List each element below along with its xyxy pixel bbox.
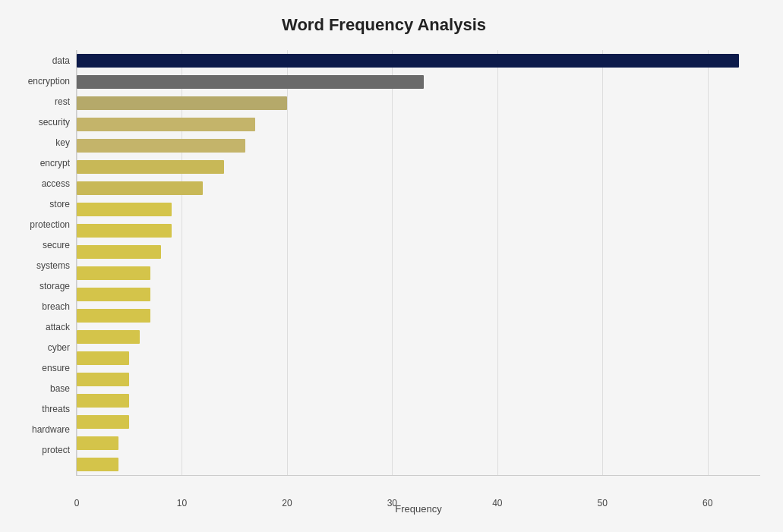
bar-row: [77, 178, 760, 199]
bar: [77, 96, 287, 110]
y-label: base: [50, 378, 70, 398]
bar-row: [77, 156, 760, 178]
bar: [77, 75, 424, 89]
bar: [77, 288, 150, 301]
bar: [77, 415, 129, 429]
y-label: breach: [42, 296, 70, 316]
y-label: security: [39, 112, 70, 132]
bar-row: [77, 50, 760, 71]
bar: [77, 436, 118, 450]
bars-area: [77, 50, 760, 475]
y-label: hardware: [32, 419, 70, 439]
y-label: key: [55, 132, 70, 153]
bar-row: [77, 93, 760, 114]
bar: [77, 118, 255, 131]
y-label: encryption: [28, 71, 70, 91]
bar: [77, 458, 118, 471]
chart-container: Word Frequency Analysis dataencryptionre…: [0, 0, 783, 532]
y-label: protect: [42, 439, 70, 460]
bar: [77, 160, 224, 174]
bar: [77, 203, 172, 216]
bar-row: [77, 263, 760, 284]
y-label: access: [42, 173, 70, 194]
bar: [77, 245, 161, 259]
y-label: storage: [39, 275, 70, 296]
y-label: data: [52, 50, 70, 71]
bar-row: [77, 326, 760, 348]
bar: [77, 351, 129, 365]
bar-row: [77, 284, 760, 305]
y-label: rest: [55, 91, 70, 112]
plot-area: 0102030405060 Frequency: [76, 50, 760, 476]
bar-row: [77, 114, 760, 135]
bar: [77, 224, 172, 238]
bar-row: [77, 390, 760, 411]
bar-row: [77, 411, 760, 433]
bar-row: [77, 348, 760, 369]
y-label: systems: [36, 255, 70, 275]
y-axis: dataencryptionrestsecuritykeyencryptacce…: [8, 50, 76, 476]
bar-row: [77, 369, 760, 390]
y-label: encrypt: [40, 153, 70, 173]
bar: [77, 394, 129, 408]
y-label: secure: [43, 235, 70, 255]
x-axis-title: Frequency: [77, 503, 760, 515]
y-label: attack: [46, 316, 70, 337]
bar: [77, 373, 129, 386]
bar: [77, 181, 203, 195]
y-label: threats: [42, 398, 70, 419]
y-label: store: [49, 194, 70, 214]
bar-row: [77, 433, 760, 454]
chart-area: dataencryptionrestsecuritykeyencryptacce…: [8, 50, 760, 476]
chart-title: Word Frequency Analysis: [8, 15, 760, 35]
bar: [77, 54, 739, 68]
y-label: cyber: [48, 337, 70, 357]
bar-row: [77, 454, 760, 475]
bar: [77, 309, 150, 323]
bar-row: [77, 305, 760, 326]
bar: [77, 330, 140, 344]
bar-row: [77, 220, 760, 241]
y-label: ensure: [42, 357, 70, 378]
y-label: protection: [30, 214, 70, 235]
bar-row: [77, 199, 760, 220]
bar: [77, 139, 245, 153]
bar-row: [77, 135, 760, 156]
bar: [77, 266, 150, 280]
bar-row: [77, 241, 760, 263]
bar-row: [77, 71, 760, 93]
